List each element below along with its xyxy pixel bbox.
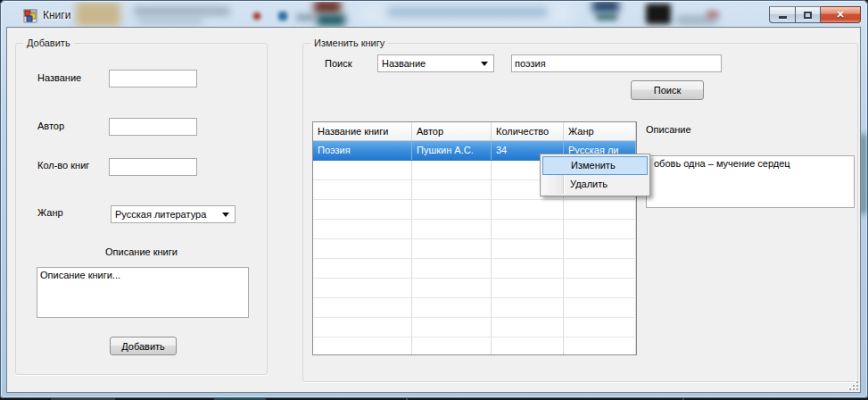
search-field-combobox-value: Название	[382, 58, 426, 69]
author-label: Автор	[37, 121, 64, 131]
cell-empty[interactable]	[313, 180, 412, 199]
minimize-icon	[779, 16, 787, 19]
titlebar-blur-blob	[707, 11, 719, 18]
titlebar-blur-blob	[314, 2, 341, 13]
cell-empty[interactable]	[412, 161, 492, 179]
quantity-input[interactable]	[109, 158, 197, 176]
cell-empty[interactable]	[564, 239, 636, 258]
client-area: Добавить Название Автор Кол-во книг Жанр…	[6, 27, 861, 393]
titlebar-blur-blob	[253, 12, 260, 20]
selected-description-textbox[interactable]: обовь одна – мучение сердец	[646, 155, 855, 208]
caption-buttons: ✕	[769, 6, 861, 23]
maximize-icon	[804, 12, 812, 19]
titlebar-blur-blob	[387, 7, 548, 17]
cell-empty[interactable]	[313, 259, 412, 278]
cell-empty[interactable]	[412, 259, 492, 278]
genre-combobox-value: Русская литература	[115, 209, 206, 220]
add-book-groupbox: Добавить Название Автор Кол-во книг Жанр…	[15, 43, 268, 375]
cell-empty[interactable]	[564, 318, 636, 337]
cell-empty[interactable]	[564, 298, 636, 317]
cell-empty[interactable]	[313, 200, 412, 219]
menu-item-delete[interactable]: Удалить	[542, 175, 648, 194]
cell-empty[interactable]	[492, 239, 564, 258]
cell-empty[interactable]	[564, 200, 636, 219]
search-field-combobox[interactable]: Название	[377, 54, 494, 72]
maximize-button[interactable]	[795, 6, 821, 23]
cell-empty[interactable]	[313, 161, 412, 179]
context-menu: Изменить Удалить	[540, 154, 650, 196]
table-row-empty[interactable]	[313, 259, 636, 279]
resize-grip[interactable]	[849, 381, 858, 390]
titlebar-blur-blob	[76, 2, 120, 27]
cell-empty[interactable]	[492, 298, 564, 317]
titlebar[interactable]: Книги ✕	[2, 2, 866, 28]
cell-empty[interactable]	[412, 298, 492, 317]
add-button[interactable]: Добавить	[110, 337, 177, 355]
column-header-title[interactable]: Название книги	[313, 122, 412, 140]
titlebar-blur-blob	[296, 13, 314, 21]
table-row-empty[interactable]	[313, 220, 636, 239]
chevron-down-icon	[481, 62, 488, 66]
table-row-empty[interactable]	[313, 239, 636, 259]
column-header-genre[interactable]: Жанр	[564, 122, 636, 140]
cell-empty[interactable]	[313, 298, 412, 317]
cell-empty[interactable]	[313, 279, 412, 297]
table-row-empty[interactable]	[313, 200, 636, 220]
menu-item-edit[interactable]: Изменить	[542, 156, 648, 175]
cell-empty[interactable]	[412, 180, 492, 199]
cell-empty[interactable]	[412, 318, 492, 337]
author-input[interactable]	[109, 118, 197, 136]
minimize-button[interactable]	[769, 6, 795, 23]
cell-empty[interactable]	[492, 318, 564, 337]
chevron-down-icon	[222, 212, 229, 217]
cell-empty[interactable]	[564, 259, 636, 278]
book-description-textarea[interactable]: Описание книги...	[37, 267, 249, 318]
titlebar-blur-blob	[592, 2, 619, 12]
column-header-quantity[interactable]: Количество	[492, 122, 564, 140]
table-row-empty[interactable]	[313, 318, 636, 338]
cell-empty[interactable]	[564, 338, 636, 355]
winforms-app-icon	[23, 9, 37, 23]
cell-empty[interactable]	[313, 239, 412, 258]
add-button-label: Добавить	[121, 341, 165, 352]
close-button[interactable]: ✕	[821, 6, 861, 23]
edit-book-groupbox: Изменить книгу Поиск Название Поиск Назв…	[302, 43, 858, 382]
app-window: Книги ✕ Добавить Название Автор Кол-во к…	[0, 0, 868, 398]
cell-empty[interactable]	[564, 220, 636, 238]
cell-empty[interactable]	[313, 318, 412, 337]
search-button-label: Поиск	[654, 85, 681, 96]
search-input[interactable]	[511, 54, 722, 72]
cell-empty[interactable]	[492, 220, 564, 238]
cell-empty[interactable]	[313, 338, 412, 355]
desktop: Книги ✕ Добавить Название Автор Кол-во к…	[0, 0, 868, 400]
cell-empty[interactable]	[492, 279, 564, 297]
cell-title[interactable]: Поэзия	[313, 141, 412, 160]
table-row-empty[interactable]	[313, 298, 636, 318]
description-caption: Описание книги	[16, 246, 267, 257]
quantity-label: Кол-во книг	[37, 160, 89, 171]
cell-empty[interactable]	[412, 200, 492, 219]
cell-empty[interactable]	[564, 279, 636, 297]
window-title: Книги	[43, 9, 70, 21]
cell-empty[interactable]	[492, 338, 564, 355]
table-row-empty[interactable]	[313, 279, 636, 298]
close-icon: ✕	[836, 10, 844, 20]
cell-empty[interactable]	[412, 338, 492, 355]
selected-description-label: Описание	[646, 124, 691, 135]
cell-empty[interactable]	[313, 220, 412, 238]
cell-empty[interactable]	[412, 239, 492, 258]
titlebar-blur-blob	[596, 13, 617, 21]
edit-groupbox-title: Изменить книгу	[310, 38, 388, 48]
column-header-author[interactable]: Автор	[412, 122, 492, 140]
search-button[interactable]: Поиск	[631, 80, 704, 100]
title-input[interactable]	[109, 70, 197, 88]
cell-author[interactable]: Пушкин А.С.	[412, 141, 492, 160]
table-row-empty[interactable]	[313, 338, 636, 355]
cell-empty[interactable]	[492, 200, 564, 219]
genre-combobox[interactable]: Русская литература	[111, 205, 236, 223]
cell-empty[interactable]	[492, 259, 564, 278]
data-grid-header[interactable]: Название книги Автор Количество Жанр	[313, 122, 636, 141]
cell-empty[interactable]	[412, 279, 492, 297]
cell-empty[interactable]	[412, 220, 492, 238]
titlebar-blur-blob	[138, 18, 203, 24]
